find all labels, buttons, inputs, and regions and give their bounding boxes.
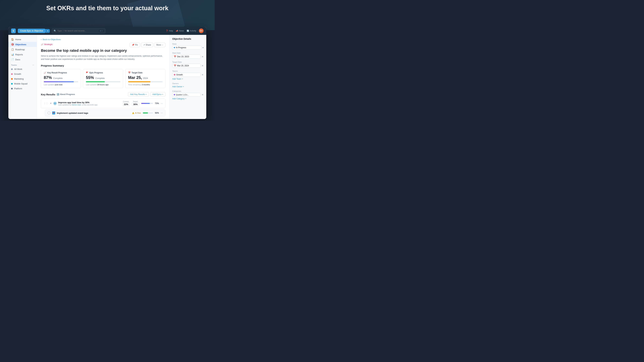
search-bar: 🔍 ⌘ K: [52, 28, 106, 33]
home-icon: 🏠: [11, 38, 14, 41]
category-close[interactable]: ✕: [202, 93, 204, 96]
strategic-badge: 📈 Strategic: [41, 43, 53, 45]
target-date-value: 📅 Mar 25, 2024 ✕: [172, 64, 204, 68]
sidebar-team-marketing[interactable]: Marketing: [8, 76, 37, 81]
teams-row: Teams Growth ✕ Add Team +: [172, 70, 204, 80]
kr-updated-text: Last updated by Demo User, a few seconds…: [58, 104, 121, 106]
create-btn-dropdown[interactable]: ▼: [46, 29, 50, 33]
share-button[interactable]: ↗ Share: [141, 43, 153, 47]
category-badge[interactable]: Quarter 1 (Co...: [172, 93, 200, 96]
target-date-row: Target Date 📅 Mar 25, 2024 ✕: [172, 61, 204, 68]
start-date-badge[interactable]: 📅 Dec 23, 2023: [172, 55, 200, 59]
teams-more-icon[interactable]: ···: [32, 64, 34, 66]
create-epic-button[interactable]: Create Epic in Objective: [18, 29, 46, 33]
team-close[interactable]: ✕: [202, 73, 204, 76]
target-date-display: Mar 25, 2024: [128, 75, 162, 80]
sidebar-nav-objectives[interactable]: 🎯 Objectives: [8, 42, 37, 47]
kr-sub-list-item: 🚩 Implement updated event tags ⚠️ At Ris…: [45, 110, 165, 116]
sub-kr-name: Implement updated event tags: [57, 112, 130, 114]
kr-progress-fill-small: [141, 103, 150, 104]
add-team-button[interactable]: Add Team +: [172, 78, 204, 80]
help-link[interactable]: ❓ Help: [166, 30, 173, 32]
sub-progress-bar: [143, 112, 153, 113]
add-owner-button[interactable]: Add Owner +: [172, 85, 204, 88]
target-date-bar-wrap: [128, 81, 162, 82]
more-button[interactable]: More ···: [154, 43, 165, 47]
target-date-bar-fill: [128, 81, 150, 82]
start-date-row: Start Date 📅 Dec 23, 2023 ✕: [172, 52, 204, 59]
search-shortcut: ⌘ K: [99, 30, 104, 32]
kr-updated: Last updated just now: [44, 84, 78, 86]
teams-label: Teams: [172, 70, 204, 72]
back-icon: ‹: [41, 38, 42, 41]
add-category-button[interactable]: Add Category +: [172, 97, 204, 100]
current-metric: Current: 22%: [122, 101, 130, 106]
navbar: S Create Epic in Objective ▼ 🔍 ⌘ K ❓ Hel…: [8, 27, 206, 35]
sidebar-team-allwork[interactable]: All Work: [8, 67, 37, 71]
allwork-dot: [11, 68, 13, 70]
target-date-close[interactable]: ✕: [202, 64, 204, 67]
back-link[interactable]: ‹ Back to Objectives: [41, 38, 165, 41]
epic-progress-card: 🚩 Epic Progress 55% Complete Last update…: [83, 69, 123, 88]
team-badge[interactable]: Growth: [172, 73, 200, 77]
progress-cards: 📈 Key Result Progress 87% Complete Last …: [41, 69, 165, 88]
megaphone-icon: 📣: [176, 30, 178, 32]
kr-metrics: Current: 22% Target: 30% 73%: [122, 101, 159, 106]
navbar-right: ❓ Help 📣 News 🔄 Activity DU: [166, 28, 204, 33]
start-date-label: Start Date: [172, 52, 204, 54]
start-date-close[interactable]: ✕: [202, 55, 204, 58]
kr-updated-user-link[interactable]: Demo User: [72, 104, 81, 106]
expand-icon[interactable]: ▼: [50, 102, 52, 105]
kr-percent-display: 87% Complete: [44, 75, 78, 80]
sidebar-team-mobile[interactable]: Mobile Squad: [8, 81, 37, 86]
trending-icon: 📈: [41, 43, 44, 45]
team-color-dot: [174, 74, 176, 76]
sub-progress-fill: [143, 112, 148, 113]
sub-kr-checkbox[interactable]: [48, 111, 50, 114]
right-panel: Objective Details State In Progress ▾ St…: [170, 35, 206, 119]
avatar[interactable]: DU: [199, 28, 204, 33]
refresh-icon: 🔄: [187, 30, 189, 32]
sidebar-nav-roadmap[interactable]: 📋 Roadmap: [8, 47, 37, 52]
objective-header: 📈 Strategic 📌 Pin ↗ Share More ···: [41, 43, 165, 47]
epic-card-title: 🚩 Epic Progress: [86, 71, 120, 74]
epic-percent-display: 55% Complete: [86, 75, 120, 80]
state-dropdown-icon[interactable]: ▾: [202, 46, 204, 49]
sidebar-team-growth[interactable]: Growth: [8, 71, 37, 76]
calendar-icon: 📅: [128, 71, 131, 74]
roadmap-icon: 📋: [11, 48, 14, 51]
add-key-results-button[interactable]: Add Key Results +: [128, 92, 149, 96]
drag-handle-icon[interactable]: ⋮⋮: [44, 102, 48, 105]
pin-button[interactable]: 📌 Pin: [130, 43, 140, 47]
sidebar-nav-reports[interactable]: 📊 Reports: [8, 52, 37, 57]
search-icon: 🔍: [54, 30, 56, 32]
calendar-target-icon: 📅: [174, 64, 176, 67]
sub-kr-content: Implement updated event tags: [57, 112, 130, 114]
start-date-value: 📅 Dec 23, 2023 ✕: [172, 55, 204, 59]
mobile-dot: [11, 83, 13, 85]
sidebar: 🏠 Home 🎯 Objectives 📋 Roadmap 📊 Reports …: [8, 35, 37, 119]
help-icon: ❓: [166, 30, 168, 32]
sidebar-nav-docs[interactable]: 📄 Docs: [8, 57, 37, 62]
teams-value: Growth ✕: [172, 73, 204, 77]
sidebar-label-objectives: Objectives: [15, 43, 26, 46]
target-date-card-title: 📅 Target Date: [128, 71, 162, 74]
kr-more-icon[interactable]: ···: [161, 102, 163, 105]
sidebar-nav-home[interactable]: 🏠 Home: [8, 37, 37, 42]
state-badge[interactable]: In Progress: [172, 45, 202, 50]
activity-link[interactable]: 🔄 Activity: [187, 30, 196, 32]
kr-checkbox[interactable]: [54, 102, 56, 105]
news-link[interactable]: 📣 News: [176, 30, 184, 32]
search-input[interactable]: [57, 30, 98, 32]
epic-progress-bar-fill: [86, 81, 105, 82]
epic-updated: Last updated 19 hours ago: [86, 84, 120, 86]
objectives-icon: 🎯: [11, 43, 14, 46]
about-progress[interactable]: ℹ️ About Progress: [57, 93, 75, 95]
at-risk-badge: ⚠️ At Risk: [132, 112, 141, 114]
add-epics-button[interactable]: Add Epics +: [150, 92, 165, 96]
kr-progress-bar-small: [141, 103, 153, 104]
target-date-label: Target Date: [172, 61, 204, 63]
sidebar-team-platform[interactable]: Platform: [8, 86, 37, 91]
sub-kr-more-icon[interactable]: ···: [161, 111, 163, 114]
target-date-badge[interactable]: 📅 Mar 25, 2024: [172, 64, 200, 68]
